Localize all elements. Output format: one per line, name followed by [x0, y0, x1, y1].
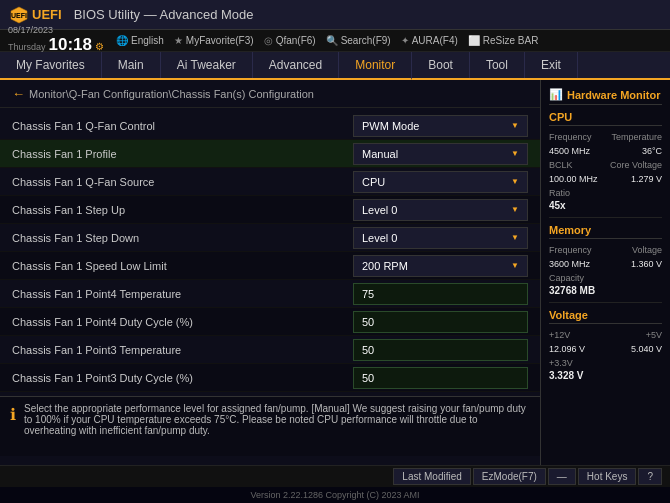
setting-label-qfan-source: Chassis Fan 1 Q-Fan Source: [12, 176, 353, 188]
nav-monitor[interactable]: Monitor: [339, 52, 412, 80]
volt-33-label: +3.3V: [549, 358, 662, 368]
setting-label-point4-duty: Chassis Fan 1 Point4 Duty Cycle (%): [12, 316, 353, 328]
setting-row-step-down: Chassis Fan 1 Step Down Level 0: [0, 224, 540, 252]
search-item[interactable]: 🔍 Search(F9): [326, 35, 391, 46]
setting-value-step-down[interactable]: Level 0: [353, 227, 528, 249]
hw-monitor-title: Hardware Monitor: [567, 89, 661, 101]
mem-volt-value: 1.360 V: [631, 259, 662, 269]
setting-value-qfan-source[interactable]: CPU: [353, 171, 528, 193]
title-text: BIOS Utility — Advanced Mode: [74, 7, 254, 22]
volt-12-value: 12.096 V: [549, 344, 585, 354]
setting-label-step-up: Chassis Fan 1 Step Up: [12, 204, 353, 216]
cpu-section: CPU Frequency Temperature 4500 MHz 36°C …: [549, 111, 662, 211]
mem-freq-volt-labels: Frequency Voltage: [549, 245, 662, 255]
mem-freq-volt-values: 3600 MHz 1.360 V: [549, 259, 662, 269]
memory-section-title: Memory: [549, 224, 662, 239]
nav-main[interactable]: Main: [102, 52, 161, 78]
volt-33-value: 3.328 V: [549, 370, 662, 381]
memory-section: Memory Frequency Voltage 3600 MHz 1.360 …: [549, 224, 662, 296]
setting-label-profile: Chassis Fan 1 Profile: [12, 148, 353, 160]
volt-12-5-values: 12.096 V 5.040 V: [549, 344, 662, 354]
hw-monitor-icon: 📊: [549, 88, 563, 101]
mem-cap-value: 32768 MB: [549, 285, 662, 296]
setting-row-step-up: Chassis Fan 1 Step Up Level 0: [0, 196, 540, 224]
ezmode-button[interactable]: EzMode(F7): [473, 468, 546, 485]
clock-settings-icon[interactable]: ⚙: [95, 41, 104, 52]
mem-freq-label: Frequency: [549, 245, 592, 255]
setting-value-profile[interactable]: Manual: [353, 143, 528, 165]
voltage-section: Voltage +12V +5V 12.096 V 5.040 V +3.3V …: [549, 309, 662, 381]
setting-label-step-down: Chassis Fan 1 Step Down: [12, 232, 353, 244]
cpu-section-title: CPU: [549, 111, 662, 126]
cpu-ratio-value: 45x: [549, 200, 662, 211]
version-text: Version 2.22.1286 Copyright (C) 2023 AMI: [250, 490, 419, 500]
content-area: ← Monitor\Q-Fan Configuration\Chassis Fa…: [0, 80, 670, 465]
nav-ai-tweaker[interactable]: Ai Tweaker: [161, 52, 253, 78]
setting-row-point4-duty: Chassis Fan 1 Point4 Duty Cycle (%) 50: [0, 308, 540, 336]
info-icon: ℹ: [10, 405, 16, 450]
nav-my-favorites[interactable]: My Favorites: [0, 52, 102, 78]
setting-row-speed-low-limit: Chassis Fan 1 Speed Low Limit 200 RPM: [0, 252, 540, 280]
myfavorite-item[interactable]: ★ MyFavorite(F3): [174, 35, 254, 46]
setting-row-point3-temp: Chassis Fan 1 Point3 Temperature 50: [0, 336, 540, 364]
cpu-bclk-cv-values: 100.00 MHz 1.279 V: [549, 174, 662, 184]
statusbar: Last Modified EzMode(F7) — Hot Keys ?: [0, 465, 670, 487]
volt-5-value: 5.040 V: [631, 344, 662, 354]
cpu-bclk-label: BCLK: [549, 160, 573, 170]
setting-label-qfan-control: Chassis Fan 1 Q-Fan Control: [12, 120, 353, 132]
mem-volt-label: Voltage: [632, 245, 662, 255]
breadcrumb-text: Monitor\Q-Fan Configuration\Chassis Fan(…: [29, 88, 314, 100]
qfan-item[interactable]: ◎ Qfan(F6): [264, 35, 316, 46]
hardware-monitor-panel: 📊 Hardware Monitor CPU Frequency Tempera…: [540, 80, 670, 465]
cpu-freq-label: Frequency: [549, 132, 592, 142]
volt-12-label: +12V: [549, 330, 570, 340]
help-button[interactable]: ?: [638, 468, 662, 485]
cpu-bclk-value: 100.00 MHz: [549, 174, 598, 184]
cpu-temp-value: 36°C: [642, 146, 662, 156]
setting-value-step-up[interactable]: Level 0: [353, 199, 528, 221]
main-panel: ← Monitor\Q-Fan Configuration\Chassis Fa…: [0, 80, 540, 465]
language-item[interactable]: 🌐 English: [116, 35, 164, 46]
setting-value-point4-duty[interactable]: 50: [353, 311, 528, 333]
nav-boot[interactable]: Boot: [412, 52, 470, 78]
settings-container: Chassis Fan 1 Q-Fan Control PWM Mode Cha…: [0, 108, 540, 396]
aura-item[interactable]: ✦ AURA(F4): [401, 35, 458, 46]
setting-value-qfan-control[interactable]: PWM Mode: [353, 115, 528, 137]
nav-exit[interactable]: Exit: [525, 52, 578, 78]
separator-item: —: [548, 468, 576, 485]
hotkeys-button[interactable]: Hot Keys: [578, 468, 637, 485]
setting-row-qfan-control: Chassis Fan 1 Q-Fan Control PWM Mode: [0, 112, 540, 140]
setting-value-point3-temp[interactable]: 50: [353, 339, 528, 361]
breadcrumb: ← Monitor\Q-Fan Configuration\Chassis Fa…: [0, 80, 540, 108]
uefi-shield-icon: UEFI: [10, 6, 28, 24]
mem-cap-label: Capacity: [549, 273, 662, 283]
nav-advanced[interactable]: Advanced: [253, 52, 339, 78]
description-bar: ℹ Select the appropriate performance lev…: [0, 396, 540, 456]
resizebar-item[interactable]: ⬜ ReSize BAR: [468, 35, 539, 46]
volt-12-5-labels: +12V +5V: [549, 330, 662, 340]
cpu-freq-temp-values: 4500 MHz 36°C: [549, 146, 662, 156]
cpu-freq-temp-labels: Frequency Temperature: [549, 132, 662, 142]
setting-label-point3-temp: Chassis Fan 1 Point3 Temperature: [12, 344, 353, 356]
setting-value-speed-low-limit[interactable]: 200 RPM: [353, 255, 528, 277]
back-button[interactable]: ←: [12, 86, 25, 101]
cpu-memory-divider: [549, 217, 662, 218]
nav-tool[interactable]: Tool: [470, 52, 525, 78]
description-text: Select the appropriate performance level…: [24, 403, 530, 450]
uefi-label: UEFI: [32, 7, 62, 22]
cpu-bclk-cv-labels: BCLK Core Voltage: [549, 160, 662, 170]
uefi-logo: UEFI UEFI: [10, 6, 70, 24]
setting-row-point3-duty: Chassis Fan 1 Point3 Duty Cycle (%) 50: [0, 364, 540, 392]
setting-label-speed-low-limit: Chassis Fan 1 Speed Low Limit: [12, 260, 353, 272]
setting-label-point4-temp: Chassis Fan 1 Point4 Temperature: [12, 288, 353, 300]
cpu-ratio-label: Ratio: [549, 188, 662, 198]
setting-row-qfan-source: Chassis Fan 1 Q-Fan Source CPU: [0, 168, 540, 196]
svg-text:UEFI: UEFI: [11, 12, 27, 19]
cpu-freq-value: 4500 MHz: [549, 146, 590, 156]
setting-value-point4-temp[interactable]: 75: [353, 283, 528, 305]
last-modified-button[interactable]: Last Modified: [393, 468, 470, 485]
memory-voltage-divider: [549, 302, 662, 303]
navbar: My Favorites Main Ai Tweaker Advanced Mo…: [0, 52, 670, 80]
setting-value-point3-duty[interactable]: 50: [353, 367, 528, 389]
info-items: 🌐 English ★ MyFavorite(F3) ◎ Qfan(F6) 🔍 …: [116, 35, 538, 46]
